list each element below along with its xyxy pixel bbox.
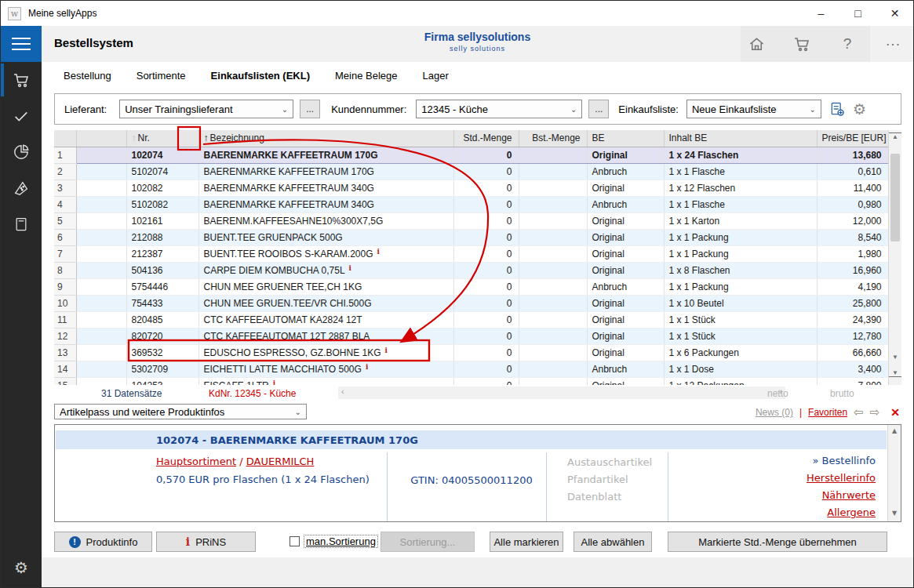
col-bst-menge[interactable]: Bst.-Menge [519,130,587,147]
info-icon[interactable]: i [377,248,380,256]
sidebar-item-book[interactable] [1,206,42,242]
col-be[interactable]: BE [587,130,664,147]
maximize-button[interactable]: □ [839,1,876,26]
menu-button[interactable] [1,26,42,62]
list-settings-gear-icon[interactable]: ⚙ [853,100,866,118]
tab-meine-belege[interactable]: Meine Belege [335,70,398,89]
table-row[interactable]: 45102082BAERENMARKE KAFFEETRAUM 340G0Anb… [54,196,888,212]
dauermilch-link[interactable]: DAUERMILCH [246,456,315,467]
col-preis[interactable]: Preis/BE [EUR] [817,130,888,147]
help-icon[interactable]: ? [838,34,857,53]
col-rownum[interactable] [54,130,76,147]
sidebar-item-cart[interactable] [1,62,42,98]
lieferant-label: Lieferant: [64,103,107,115]
next-arrow-icon[interactable]: ⇨ [870,405,880,419]
man-sortierung-checkbox[interactable]: man.Sortierung [289,535,378,548]
sidebar-item-check[interactable] [1,98,42,134]
tab-bestellung[interactable]: Bestellung [64,70,111,89]
col-nr[interactable]: ↑Nr. [126,130,198,147]
scroll-up-icon[interactable]: ▲ [888,427,901,434]
scroll-left-icon[interactable]: ‹ [341,387,344,396]
home-icon[interactable] [747,34,766,53]
allergene-link[interactable]: Allergene [807,504,876,521]
cell-inhalt-be: 1 x 1 Stück [664,311,817,328]
sortierung-button[interactable]: Sortierung... [381,532,475,552]
herstellerinfo-link[interactable]: Herstellerinfo [807,470,876,487]
more-menu-icon[interactable]: ··· [883,34,902,53]
uebernehmen-button[interactable]: Markierte Std.-Menge übernehmen [668,532,887,552]
scroll-down-icon[interactable]: ▼ [888,510,901,517]
col-std-menge[interactable]: Std.-Menge [453,130,519,147]
tab-lager[interactable]: Lager [423,70,449,89]
info-icon[interactable]: i [366,363,368,371]
alle-abwaehlen-button[interactable]: Alle abwählen [574,532,652,552]
table-row[interactable]: 95754446CHUN MEE GRUENER TEE,CH 1KG0Anbr… [54,278,888,295]
einkaufsliste-select[interactable]: Neue Einkaufsliste ⌄ [686,100,821,118]
nährwerte-link[interactable]: Nährwerte [807,487,876,504]
table-row[interactable]: 13369532EDUSCHO ESPRESSO, GZ.BOHNE 1KGi0… [54,344,888,361]
sidebar-item-piechart[interactable] [1,134,42,170]
table-row[interactable]: 10754433CHUN MEE GRUEN.TEE/VR CHI.500G0O… [54,295,888,311]
netto-toggle[interactable]: netto [767,388,788,399]
cell-nr: 820720 [126,328,198,344]
detail-scrollbar[interactable]: ▲ ▼ [887,425,901,521]
table-row[interactable]: 7212387BUENT.TEE ROOIBOS S-KARAM.200Gi0O… [54,245,888,262]
table-row[interactable]: 12820720CTC KAFFEEAUTOMAT 12T 2887 BLA0O… [54,328,888,344]
scrollbar-thumb[interactable] [890,154,900,241]
table-row[interactable]: 15104253EISCAFE 1LTRi0Original1 x 12 Pac… [54,377,888,385]
table-row[interactable]: 8504136CARPE DIEM KOMBUCHA 0,75Li0Origin… [54,262,888,278]
alle-markieren-button[interactable]: Alle markieren [490,532,563,552]
scroll-down-icon[interactable]: ▼ [889,354,901,361]
favoriten-link[interactable]: Favoriten [808,407,847,418]
tab-einkaufslisten-ekl-[interactable]: Einkaufslisten (EKL) [211,70,310,89]
prev-arrow-icon[interactable]: ⇦ [854,405,864,419]
product-table: ↑Nr. ↑Bezeichnung Std.-Menge Bst.-Menge … [54,130,901,385]
news-link[interactable]: News (0) [756,407,793,418]
sidebar-item-tag[interactable] [1,170,42,206]
settings-icon[interactable]: ⚙ [1,554,42,581]
brutto-toggle[interactable]: brutto [830,388,854,399]
table-row[interactable]: 25102074BAERENMARKE KAFFEETRAUM 170G0Anb… [54,163,888,180]
close-button[interactable]: ✕ [876,1,913,26]
table-row[interactable]: 6212088BUENT.TEE GRUENPACK 500G0Original… [54,229,888,245]
kundennummer-select[interactable]: 12345 - Küche ⌄ [416,100,582,118]
lieferant-select[interactable]: Unser Trainingslieferant ⌄ [119,100,293,118]
hauptsortiment-link[interactable]: Hauptsortiment [156,456,236,467]
table-vertical-scrollbar[interactable]: ▲ ▼ ▼ [888,130,901,385]
close-panel-icon[interactable]: ✕ [890,406,900,419]
table-row[interactable]: 1102074BAERENMARKE KAFFEETRAUM 170G0Orig… [54,147,888,163]
info-icon[interactable]: i [349,264,351,272]
cell-nr: 754433 [126,295,198,311]
scroll-top-icon[interactable]: ▲ [889,132,901,140]
info-icon[interactable]: i [385,347,388,354]
col-marker[interactable] [76,130,126,147]
tab-sortimente[interactable]: Sortimente [137,70,186,89]
kundennummer-browse-button[interactable]: ... [588,100,609,118]
scroll-bottom-icon[interactable]: ▼ [889,369,901,377]
table-row[interactable]: 11820485CTC KAFFEEAUTOMAT KA2824 12T0Ori… [54,311,888,328]
checkbox-icon[interactable] [289,536,300,546]
produktinfo-button[interactable]: ! Produktinfo [54,532,152,552]
table-row[interactable]: 3102082BAERENMARKE KAFFEETRAUM 340G0Orig… [54,180,888,196]
cell-bezeichnung: EICHETTI LATTE MACCHIATO 500Gi [198,361,453,377]
statistik-link[interactable]: Statistik [807,521,876,522]
col-bezeichnung[interactable]: ↑Bezeichnung [198,130,453,147]
view-select[interactable]: Artikelpass und weitere Produktinfos ⌄ [54,404,307,419]
chevron-down-icon: ⌄ [810,105,816,114]
cart-icon[interactable] [792,34,811,53]
table-row[interactable]: 145302709EICHETTI LATTE MACCHIATO 500Gi0… [54,361,888,377]
info-icon[interactable]: i [273,379,275,385]
table-horizontal-scrollbar[interactable]: ‹ › [338,387,785,399]
lieferant-browse-button[interactable]: ... [300,100,320,118]
cell-std-menge: 0 [453,229,519,245]
new-list-icon[interactable] [829,101,845,117]
bestellinfo-link[interactable]: » Bestellinfo [807,452,876,470]
table-row[interactable]: 5102161BAERENM.KAFFEESAHNE10%300X7,5G0Or… [54,212,888,229]
cell-preis: 25,800 [817,295,888,311]
divider [387,452,388,522]
minimize-button[interactable]: – [803,1,839,26]
col-inhalt-be[interactable]: Inhalt BE [664,130,817,147]
prins-button[interactable]: i PRiNS [156,532,256,552]
cell-nr: 102161 [126,212,198,229]
cell-bst-menge [519,180,587,196]
